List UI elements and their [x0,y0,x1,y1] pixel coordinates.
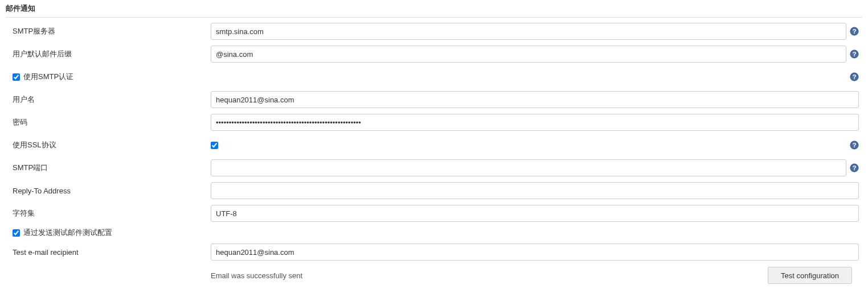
label-use-smtp-auth: 使用SMTP认证 [23,72,73,82]
default-suffix-input[interactable] [211,46,846,63]
label-default-suffix: 用户默认邮件后缀 [13,49,72,59]
help-icon[interactable]: ? [850,163,859,172]
row-use-ssl: 使用SSL协议 ? [6,134,862,156]
help-icon[interactable]: ? [850,141,859,150]
help-icon[interactable]: ? [850,72,859,81]
label-charset: 字符集 [13,208,35,218]
test-configuration-button[interactable]: Test configuration [768,267,852,284]
username-input[interactable] [211,91,859,108]
label-test-recipient: Test e-mail recipient [13,248,79,257]
label-test-config: 通过发送测试邮件测试配置 [23,228,112,238]
row-test-config: 通过发送测试邮件测试配置 [6,225,862,241]
row-default-suffix: 用户默认邮件后缀 ? [6,43,862,65]
use-ssl-checkbox[interactable] [211,142,218,149]
reply-to-input[interactable] [211,182,859,199]
use-smtp-auth-checkbox[interactable] [13,73,20,81]
test-recipient-input[interactable] [211,244,859,261]
row-reply-to: Reply-To Address [6,179,862,202]
label-password: 密码 [13,117,27,127]
svg-text:?: ? [853,28,857,35]
label-reply-to: Reply-To Address [13,187,71,195]
email-notification-section: 邮件通知 SMTP服务器 ? 用户默认邮件后缀 ? 使用SMTP认证 [0,0,868,287]
svg-text:?: ? [853,73,857,80]
status-message: Email was successfully sent [211,271,302,280]
help-icon[interactable]: ? [850,27,859,36]
row-use-smtp-auth: 使用SMTP认证 ? [6,65,862,88]
svg-text:?: ? [853,164,857,171]
svg-text:?: ? [853,142,857,148]
help-icon[interactable]: ? [850,49,859,59]
charset-input[interactable] [211,205,859,222]
smtp-server-input[interactable] [211,23,846,40]
smtp-port-input[interactable] [211,159,846,176]
row-charset: 字符集 [6,202,862,225]
row-status: Email was successfully sent Test configu… [6,263,862,287]
test-config-checkbox[interactable] [13,229,20,237]
label-use-ssl: 使用SSL协议 [13,140,56,150]
row-username: 用户名 [6,88,862,111]
row-smtp-port: SMTP端口 ? [6,156,862,179]
section-title: 邮件通知 [6,0,862,18]
label-username: 用户名 [13,94,35,105]
label-smtp-port: SMTP端口 [13,163,48,173]
row-smtp-server: SMTP服务器 ? [6,20,862,43]
password-input[interactable] [211,114,859,131]
row-test-recipient: Test e-mail recipient [6,241,862,263]
row-password: 密码 [6,111,862,134]
svg-text:?: ? [853,51,857,57]
label-smtp-server: SMTP服务器 [13,26,55,36]
